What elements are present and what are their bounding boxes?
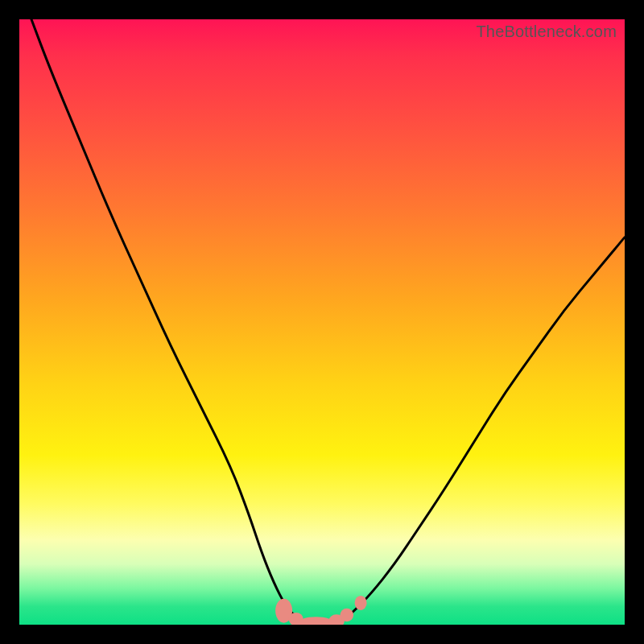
curve-marker — [355, 596, 367, 610]
curve-marker — [341, 609, 354, 622]
bottleneck-curve — [31, 19, 625, 623]
plot-area: TheBottleneck.com — [19, 19, 625, 625]
curve-svg — [19, 19, 625, 625]
chart-frame: TheBottleneck.com — [0, 0, 644, 644]
